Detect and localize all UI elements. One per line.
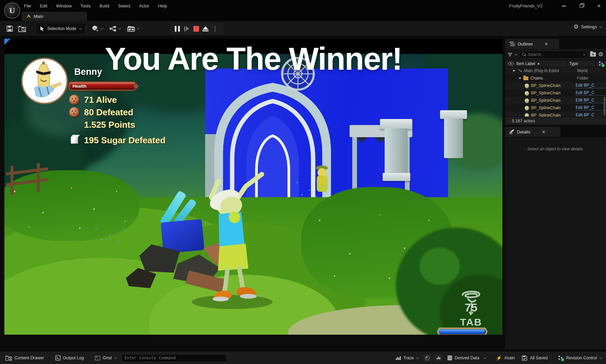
outliner-row[interactable]: Chains Folder — [505, 74, 606, 82]
details-tab-label: Details — [517, 129, 530, 134]
screenshot-trace-button[interactable] — [434, 354, 442, 362]
stop-button[interactable] — [191, 24, 201, 33]
game-scene: You Are The Winner! Benny He — [4, 39, 502, 335]
trace-dropdown[interactable]: Trace — [394, 352, 420, 364]
folder-search-icon — [18, 25, 26, 32]
frame-skip-button[interactable] — [182, 24, 191, 33]
content-drawer-button[interactable]: Content Drawer — [3, 352, 46, 364]
derived-data-dropdown[interactable]: Derived Data — [445, 352, 488, 364]
source-branch-button[interactable]: ⚡ /main — [494, 352, 517, 364]
minimize-button[interactable] — [560, 2, 568, 10]
edit-blueprint-link[interactable]: Edit BP_C — [576, 105, 605, 111]
chevron-down-icon — [416, 356, 419, 359]
gear-icon: ⚙ — [574, 24, 579, 30]
outliner-scrollbar[interactable] — [604, 97, 605, 116]
play-options-button[interactable] — [210, 24, 220, 33]
add-actor-button[interactable] — [90, 24, 104, 33]
search-input[interactable] — [528, 52, 581, 57]
expander-icon[interactable] — [513, 70, 515, 72]
node-graph-icon — [109, 26, 117, 32]
trace-chart-icon — [396, 356, 401, 360]
player-avatar — [21, 58, 68, 104]
outliner-row[interactable]: Main (Play In Editor World — [505, 67, 606, 74]
menu-item[interactable]: Help — [154, 0, 171, 12]
save-button[interactable] — [5, 24, 15, 33]
outliner-column-headers: Item Label Type ✓ — [505, 60, 606, 67]
close-button[interactable]: × — [595, 2, 603, 10]
settings-dropdown[interactable]: ⚙ Settings — [574, 24, 601, 30]
chevron-down-icon — [101, 27, 103, 29]
column-revision-icon[interactable]: ✓ — [596, 61, 606, 66]
menu-item[interactable]: Select — [114, 0, 135, 12]
filter-icon[interactable] — [508, 53, 512, 56]
level-tab-label: Main — [34, 14, 43, 19]
insights-button[interactable] — [423, 354, 431, 362]
outliner-row[interactable]: BP_SplineChain Edit BP_C — [505, 97, 606, 104]
edit-blueprint-link[interactable]: Edit BP_C — [576, 113, 605, 117]
separator — [50, 354, 50, 362]
expander-icon[interactable] — [519, 78, 521, 79]
restore-button[interactable] — [578, 2, 585, 10]
level-tab-main[interactable]: Main — [22, 12, 87, 21]
stat-row: 80 Defeated — [68, 107, 165, 118]
settings-label: Settings — [581, 24, 597, 29]
visibility-eye-icon[interactable] — [508, 62, 514, 65]
output-log-button[interactable]: Output Log — [53, 352, 86, 364]
unreal-editor-window: U FileEditWindowToolsBuildSelectActorHel… — [0, 0, 606, 364]
revision-control-dropdown[interactable]: ✓ Revision Control — [556, 352, 603, 364]
outliner-icon — [509, 42, 515, 46]
chevron-down-icon[interactable] — [515, 53, 517, 55]
chevron-down-icon[interactable] — [583, 53, 585, 55]
column-item-label[interactable]: Item Label — [516, 61, 567, 66]
menu-item[interactable]: Build — [95, 0, 114, 12]
content-browser-button[interactable] — [18, 24, 27, 33]
outliner-search[interactable] — [519, 51, 588, 59]
close-icon[interactable]: ✕ — [542, 129, 546, 134]
blueprint-actor-icon — [525, 98, 529, 103]
stat-row: 71 Alive — [68, 94, 165, 105]
menu-item[interactable]: Window — [52, 0, 76, 12]
create-folder-icon[interactable] — [590, 52, 596, 57]
unreal-logo-icon[interactable]: U — [4, 2, 20, 19]
revision-control-icon: ✓ — [558, 355, 563, 361]
column-type[interactable]: Type — [567, 61, 596, 66]
edit-blueprint-link[interactable]: Edit BP_C — [576, 90, 605, 96]
mini-chart-icon — [437, 357, 440, 359]
details-tab[interactable]: Details ✕ — [505, 127, 560, 137]
menu-item[interactable]: Edit — [35, 0, 52, 12]
edit-blueprint-link[interactable]: Edit BP_C — [576, 98, 605, 103]
cube-plus-icon — [92, 25, 99, 32]
window-title: FruityFriends_V2 — [509, 0, 543, 12]
menu-item[interactable]: Tools — [76, 0, 95, 12]
outliner-row[interactable]: BP_SplineChain Edit BP_C — [505, 104, 606, 112]
edit-blueprint-link[interactable]: Edit BP_C — [576, 83, 605, 88]
eject-button[interactable] — [201, 24, 210, 33]
close-icon[interactable]: ✕ — [545, 41, 548, 47]
outliner-tab[interactable]: Outliner ✕ — [505, 39, 559, 49]
npc-character — [314, 164, 332, 198]
console-command-input[interactable] — [121, 354, 227, 362]
chevron-down-icon — [118, 27, 121, 29]
hud-stats: 71 Alive 80 Defeated 1.525 Points — [68, 94, 165, 146]
stat-text: 71 Alive — [84, 95, 117, 105]
pause-button[interactable] — [172, 24, 182, 33]
search-icon — [522, 53, 526, 57]
menu-item[interactable]: Actor — [135, 0, 154, 12]
cmd-dropdown[interactable]: Cmd — [93, 352, 118, 364]
play-controls-group — [170, 23, 224, 34]
folder-icon — [523, 77, 528, 80]
all-saved-button[interactable]: All Saved — [520, 352, 550, 364]
health-bar-label: Health — [73, 84, 86, 89]
row-type: World — [577, 68, 606, 73]
outliner-settings-icon[interactable]: ⚙ — [598, 52, 603, 57]
game-viewport[interactable]: You Are The Winner! Benny He — [4, 39, 502, 335]
blueprints-button[interactable] — [108, 24, 121, 33]
outliner-row[interactable]: BP_SplineChain Edit BP_C — [505, 89, 606, 97]
row-label: Chains — [530, 76, 577, 81]
menu-item[interactable]: File — [20, 0, 35, 12]
outliner-row[interactable]: BP_SplineChain Edit BP_C — [505, 112, 606, 117]
cinematics-button[interactable] — [126, 24, 140, 33]
outliner-row[interactable]: BP_SplineChain Edit BP_C — [505, 82, 606, 89]
stat-text: 195 Sugar Defeated — [84, 135, 165, 146]
editor-mode-dropdown[interactable]: Selection Mode — [36, 24, 85, 34]
